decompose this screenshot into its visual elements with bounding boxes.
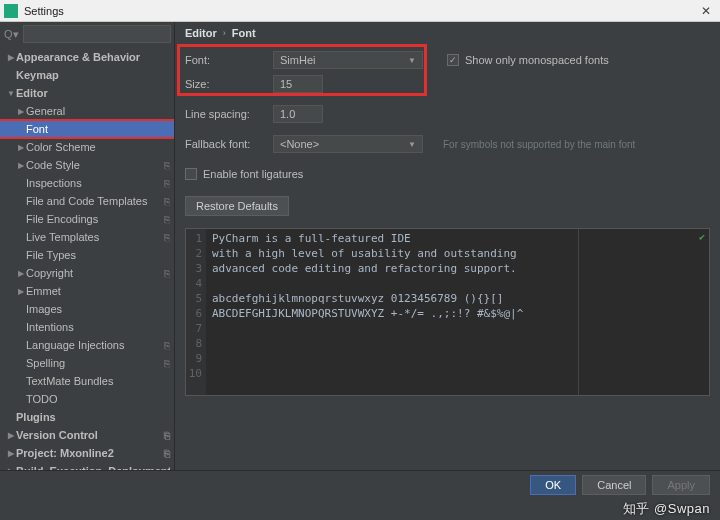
tree-item-font[interactable]: Font <box>0 120 174 138</box>
project-scope-icon: ⎘ <box>164 196 170 207</box>
project-scope-icon: ⎘ <box>164 160 170 171</box>
tree-item-label: File Encodings <box>26 213 164 225</box>
tree-arrow-icon: ▶ <box>16 269 26 278</box>
tree-arrow-icon: ▶ <box>6 431 16 440</box>
tree-item-editor[interactable]: ▼Editor <box>0 84 174 102</box>
tree-item-project-mxonline2[interactable]: ▶Project: Mxonline2⎘ <box>0 444 174 462</box>
font-dropdown[interactable]: SimHei ▼ <box>273 51 423 69</box>
close-icon[interactable]: ✕ <box>696 4 716 18</box>
sidebar: Q▾ ▶Appearance & BehaviorKeymap▼Editor▶G… <box>0 22 175 487</box>
tree-item-label: Copyright <box>26 267 164 279</box>
tree-item-language-injections[interactable]: Language Injections⎘ <box>0 336 174 354</box>
line-spacing-input[interactable]: 1.0 <box>273 105 323 123</box>
tree-item-file-encodings[interactable]: File Encodings⎘ <box>0 210 174 228</box>
fallback-dropdown[interactable]: <None> ▼ <box>273 135 423 153</box>
tree-item-label: Project: Mxonline2 <box>16 447 164 459</box>
tree-item-label: Intentions <box>26 321 170 333</box>
fallback-hint: For symbols not supported by the main fo… <box>443 139 635 150</box>
tree-arrow-icon: ▶ <box>16 287 26 296</box>
size-input[interactable]: 15 <box>273 75 323 93</box>
tree-arrow-icon: ▼ <box>6 89 16 98</box>
tree-item-appearance-behavior[interactable]: ▶Appearance & Behavior <box>0 48 174 66</box>
font-form: Font: SimHei ▼ ✓ Show only monospaced fo… <box>175 44 720 224</box>
cancel-button[interactable]: Cancel <box>582 475 646 495</box>
fallback-value: <None> <box>280 138 319 150</box>
search-input[interactable] <box>23 25 171 43</box>
chevron-right-icon: › <box>223 28 226 38</box>
tree-item-label: File and Code Templates <box>26 195 164 207</box>
check-icon: ✔ <box>699 231 705 242</box>
tree-item-general[interactable]: ▶General <box>0 102 174 120</box>
project-scope-icon: ⎘ <box>164 214 170 225</box>
tree-item-keymap[interactable]: Keymap <box>0 66 174 84</box>
tree-item-label: Code Style <box>26 159 164 171</box>
font-value: SimHei <box>280 54 315 66</box>
apply-button[interactable]: Apply <box>652 475 710 495</box>
tree-item-inspections[interactable]: Inspections⎘ <box>0 174 174 192</box>
tree-item-todo[interactable]: TODO <box>0 390 174 408</box>
tree-item-textmate-bundles[interactable]: TextMate Bundles <box>0 372 174 390</box>
tree-item-label: Language Injections <box>26 339 164 351</box>
ligatures-checkbox[interactable]: Enable font ligatures <box>185 168 303 180</box>
breadcrumb: Editor › Font <box>175 22 720 44</box>
app-icon <box>4 4 18 18</box>
project-scope-icon: ⎘ <box>164 178 170 189</box>
chevron-down-icon: ▼ <box>408 140 416 149</box>
settings-tree: ▶Appearance & BehaviorKeymap▼Editor▶Gene… <box>0 46 174 487</box>
fallback-label: Fallback font: <box>185 138 263 150</box>
font-label: Font: <box>185 54 263 66</box>
checkbox-icon: ✓ <box>447 54 459 66</box>
size-label: Size: <box>185 78 263 90</box>
preview-code: PyCharm is a full-featured IDEwith a hig… <box>206 229 709 395</box>
project-scope-icon: ⎘ <box>164 340 170 351</box>
dialog-footer: OK Cancel Apply <box>0 470 720 498</box>
tree-item-spelling[interactable]: Spelling⎘ <box>0 354 174 372</box>
tree-item-label: TODO <box>26 393 170 405</box>
show-monospaced-checkbox[interactable]: ✓ Show only monospaced fonts <box>447 54 609 66</box>
tree-item-label: Color Scheme <box>26 141 170 153</box>
search-icon: Q▾ <box>4 28 19 41</box>
tree-arrow-icon: ▶ <box>16 143 26 152</box>
restore-defaults-button[interactable]: Restore Defaults <box>185 196 289 216</box>
project-scope-icon: ⎘ <box>164 430 170 441</box>
breadcrumb-current: Font <box>232 27 256 39</box>
project-scope-icon: ⎘ <box>164 268 170 279</box>
project-scope-icon: ⎘ <box>164 232 170 243</box>
tree-item-label: Inspections <box>26 177 164 189</box>
window-title: Settings <box>24 5 696 17</box>
project-scope-icon: ⎘ <box>164 358 170 369</box>
watermark: 知乎 @Swpan <box>623 500 710 518</box>
tree-item-label: Editor <box>16 87 170 99</box>
tree-item-label: Font <box>26 123 170 135</box>
tree-item-code-style[interactable]: ▶Code Style⎘ <box>0 156 174 174</box>
tree-item-file-types[interactable]: File Types <box>0 246 174 264</box>
tree-item-copyright[interactable]: ▶Copyright⎘ <box>0 264 174 282</box>
tree-item-intentions[interactable]: Intentions <box>0 318 174 336</box>
tree-arrow-icon: ▶ <box>6 53 16 62</box>
line-spacing-label: Line spacing: <box>185 108 263 120</box>
tree-item-emmet[interactable]: ▶Emmet <box>0 282 174 300</box>
tree-item-file-and-code-templates[interactable]: File and Code Templates⎘ <box>0 192 174 210</box>
titlebar: Settings ✕ <box>0 0 720 22</box>
tree-item-label: Version Control <box>16 429 164 441</box>
tree-item-images[interactable]: Images <box>0 300 174 318</box>
tree-item-version-control[interactable]: ▶Version Control⎘ <box>0 426 174 444</box>
tree-item-label: Spelling <box>26 357 164 369</box>
tree-item-label: TextMate Bundles <box>26 375 170 387</box>
breadcrumb-parent[interactable]: Editor <box>185 27 217 39</box>
font-preview: 12345678910 PyCharm is a full-featured I… <box>185 228 710 396</box>
tree-item-live-templates[interactable]: Live Templates⎘ <box>0 228 174 246</box>
tree-item-label: Appearance & Behavior <box>16 51 170 63</box>
preview-ruler <box>578 229 579 395</box>
tree-item-color-scheme[interactable]: ▶Color Scheme <box>0 138 174 156</box>
ok-button[interactable]: OK <box>530 475 576 495</box>
tree-item-plugins[interactable]: Plugins <box>0 408 174 426</box>
main-panel: Editor › Font Font: SimHei ▼ ✓ Show only… <box>175 22 720 487</box>
ligatures-label: Enable font ligatures <box>203 168 303 180</box>
tree-item-label: Images <box>26 303 170 315</box>
tree-item-label: Emmet <box>26 285 170 297</box>
chevron-down-icon: ▼ <box>408 56 416 65</box>
tree-item-label: Live Templates <box>26 231 164 243</box>
tree-item-label: General <box>26 105 170 117</box>
checkbox-icon <box>185 168 197 180</box>
